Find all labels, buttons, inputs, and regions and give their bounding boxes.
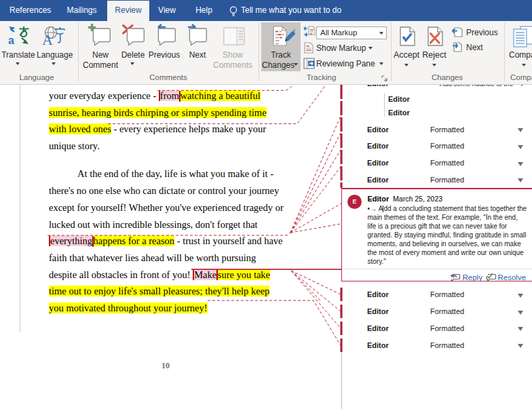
svg-text:a: a bbox=[8, 35, 14, 45]
svg-text:A: A bbox=[42, 31, 53, 45]
